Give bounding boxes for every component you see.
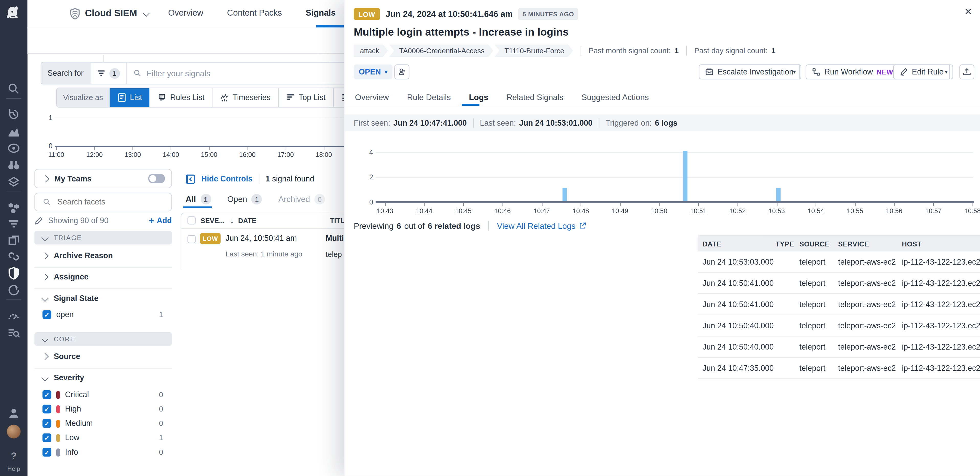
facet-section-triage[interactable]: TRIAGE (34, 231, 172, 244)
tag-chip-ta0006-credential-access[interactable]: TA0006-Credential-Access (389, 45, 493, 57)
checkbox[interactable]: ✓ (43, 448, 51, 457)
visualize-option-timeseries[interactable]: Timeseries (212, 88, 278, 107)
checkbox[interactable]: ✓ (43, 419, 51, 428)
checkbox[interactable]: ✓ (43, 433, 51, 442)
col-severity[interactable]: SEVE... (200, 217, 224, 224)
datadog-logo-icon[interactable] (6, 6, 22, 22)
panel-tab-rule-details[interactable]: Rule Details (407, 93, 450, 102)
top-nav-tabs: OverviewContent PacksSignals (168, 8, 336, 18)
tag-chip-attack[interactable]: attack (354, 45, 388, 57)
chevron-down-icon (41, 234, 49, 241)
checkbox[interactable]: ✓ (43, 390, 51, 399)
signals-table-header: SEVE... ↓ DATE TITLE (181, 213, 344, 229)
facet-severity-low[interactable]: ✓Low1 (34, 433, 172, 442)
pencil-icon[interactable] (34, 216, 43, 225)
view-all-related-logs-link[interactable]: View All Related Logs (497, 221, 586, 231)
filter-segment[interactable]: 1 (91, 62, 127, 84)
gauge-icon[interactable] (7, 310, 21, 323)
nav-tab-content-packs[interactable]: Content Packs (227, 8, 282, 18)
log-col-host[interactable]: HOST (902, 240, 980, 247)
signal-row[interactable]: LOW Jun 24, 10:50:41 am Last seen: 1 min… (181, 229, 344, 269)
chart-bar[interactable] (562, 188, 567, 201)
facet-group-severity[interactable]: Severity (34, 374, 172, 382)
assign-user-button[interactable] (395, 64, 409, 80)
panel-tab-logs[interactable]: Logs (469, 93, 488, 102)
infrastructure-icon[interactable] (7, 201, 21, 214)
cloud-siem-shield-icon (69, 7, 81, 20)
facet-value-label: Low (65, 433, 79, 442)
audit-trail-icon[interactable] (7, 326, 21, 340)
col-title[interactable]: TITLE (330, 217, 344, 224)
checkbox[interactable]: ✓ (43, 310, 51, 319)
metrics-icon[interactable] (7, 125, 21, 138)
status-dropdown[interactable]: OPEN ▾ (354, 64, 392, 80)
visualize-option-list[interactable]: List (109, 88, 150, 107)
escalate-dropdown-caret[interactable]: ▾ (788, 64, 801, 80)
log-table-row[interactable]: Jun 24 10:50:40.000teleportteleport-aws-… (697, 315, 980, 337)
add-facet-button[interactable]: + Add (149, 216, 172, 225)
search-icon[interactable] (7, 82, 21, 96)
row-checkbox[interactable] (188, 235, 196, 243)
results-tab-all[interactable]: All1 (186, 194, 211, 205)
service-management-icon[interactable] (7, 283, 21, 297)
panel-tab-overview[interactable]: Overview (355, 93, 389, 102)
dashboards-icon[interactable] (7, 175, 21, 189)
facet-value-open[interactable]: ✓open1 (34, 310, 172, 319)
explorer-timeline-chart: 1 0 11:0012:0013:0014:0015:0016:0017:001… (34, 110, 350, 158)
org-settings-icon[interactable] (7, 407, 21, 420)
tag-chip-t1110-brute-force[interactable]: T1110-Brute-Force (495, 45, 573, 57)
logs-icon[interactable] (7, 217, 21, 231)
facet-severity-info[interactable]: ✓Info0 (34, 448, 172, 457)
facet-group-source[interactable]: Source (34, 352, 172, 361)
chart-bar[interactable] (683, 151, 687, 201)
log-col-date[interactable]: DATE (703, 240, 776, 247)
col-date[interactable]: DATE (238, 217, 256, 224)
log-table-row[interactable]: Jun 24 10:50:41.000teleportteleport-aws-… (697, 294, 980, 315)
facet-search-input[interactable] (56, 197, 153, 207)
my-teams-toggle-row[interactable]: My Teams (34, 169, 172, 188)
log-table-row[interactable]: Jun 24 10:53:03.000teleportteleport-aws-… (697, 251, 980, 273)
results-tab-archived[interactable]: Archived0 (278, 194, 325, 205)
checkbox[interactable]: ✓ (43, 404, 51, 413)
export-button[interactable] (959, 64, 974, 80)
log-table-row[interactable]: Jun 24 10:50:40.000teleportteleport-aws-… (697, 337, 980, 358)
log-table-row[interactable]: Jun 24 10:47:35.000teleportteleport-aws-… (697, 358, 980, 379)
monitors-icon[interactable] (7, 141, 21, 155)
watchdog-icon[interactable] (7, 158, 21, 172)
my-teams-switch[interactable] (148, 174, 165, 183)
results-tab-open[interactable]: Open1 (228, 194, 262, 205)
facet-group-signal-state[interactable]: Signal State (34, 294, 172, 303)
nav-tab-signals[interactable]: Signals (305, 8, 336, 18)
visualize-option-top-list[interactable]: Top List (278, 88, 333, 107)
facet-severity-critical[interactable]: ✓Critical0 (34, 390, 172, 399)
facet-group-assignee[interactable]: Assignee (34, 273, 172, 281)
synthetics-icon[interactable] (7, 249, 21, 264)
panel-tab-suggested-actions[interactable]: Suggested Actions (582, 93, 649, 102)
log-table-row[interactable]: Jun 24 10:50:41.000teleportteleport-aws-… (697, 273, 980, 294)
facet-section-core[interactable]: CORE (34, 332, 172, 346)
history-icon[interactable] (7, 107, 21, 121)
user-avatar[interactable] (7, 425, 21, 438)
security-shield-icon[interactable] (7, 267, 21, 280)
close-icon[interactable]: × (965, 5, 972, 18)
product-switcher[interactable]: Cloud SIEM (85, 7, 137, 18)
run-workflow-button[interactable]: Run Workflow NEW (806, 64, 899, 80)
panel-tab-related-signals[interactable]: Related Signals (506, 93, 563, 102)
escalate-investigation-button[interactable]: Escalate Investigation (699, 64, 800, 80)
help-icon[interactable]: ? (7, 450, 21, 464)
hide-controls-button[interactable]: Hide Controls (201, 174, 252, 183)
chart-bar[interactable] (776, 188, 781, 201)
facet-severity-high[interactable]: ✓High0 (34, 404, 172, 413)
signal-filter-input[interactable] (146, 68, 348, 78)
x-tick (209, 147, 210, 150)
log-col-service[interactable]: SERVICE (838, 240, 902, 247)
nav-tab-overview[interactable]: Overview (168, 8, 203, 18)
facet-group-archive-reason[interactable]: Archive Reason (34, 251, 172, 260)
visualize-option-rules-list[interactable]: Rules List (150, 88, 212, 107)
log-col-type[interactable]: TYPE (776, 240, 799, 247)
facet-severity-medium[interactable]: ✓Medium0 (34, 419, 172, 428)
select-all-checkbox[interactable] (188, 217, 196, 225)
edit-rule-dropdown-caret[interactable]: ▾ (940, 64, 953, 80)
rum-icon[interactable] (7, 233, 21, 247)
log-col-source[interactable]: SOURCE (799, 240, 838, 247)
